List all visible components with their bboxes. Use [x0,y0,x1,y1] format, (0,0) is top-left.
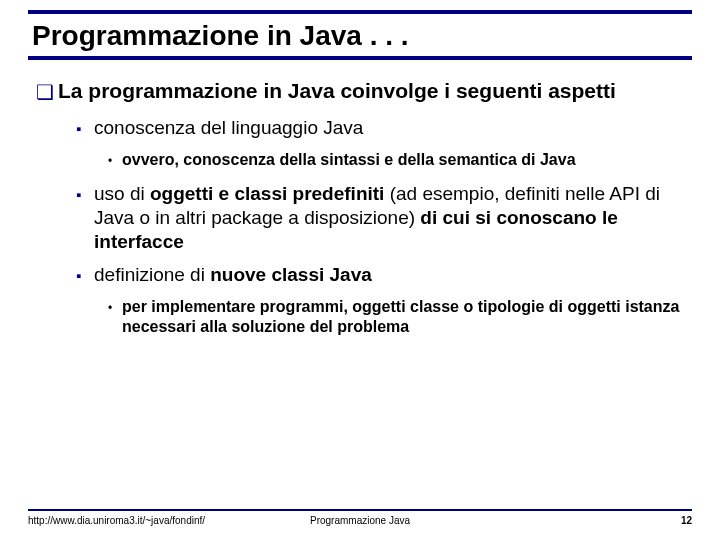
slide-title: Programmazione in Java . . . [28,14,692,60]
square-bullet-icon: ▪ [76,116,94,140]
bullet-level3: • per implementare programmi, oggetti cl… [108,297,684,337]
text-fragment: uso di [94,183,150,204]
dot-bullet-icon: • [108,150,122,170]
dot-bullet-icon: • [108,297,122,337]
text-fragment: definizione di [94,264,210,285]
bullet-level2: ▪ uso di oggetti e classi predefiniti (a… [76,182,684,253]
bullet-level2: ▪ definizione di nuove classi Java [76,263,684,287]
square-bullet-icon: ▪ [76,263,94,287]
bullet-text: uso di oggetti e classi predefiniti (ad … [94,182,684,253]
footer-title: Programmazione Java [310,515,410,526]
slide-content: ❑ La programmazione in Java coinvolge i … [28,78,692,337]
bullet-text: La programmazione in Java coinvolge i se… [58,78,616,104]
text-bold: nuove classi Java [210,264,372,285]
slide: Programmazione in Java . . . ❑ La progra… [0,0,720,540]
bullet-text: ovvero, conoscenza della sintassi e dell… [122,150,576,170]
bullet-level1: ❑ La programmazione in Java coinvolge i … [36,78,684,104]
footer-url: http://www.dia.uniroma3.it/~java/fondinf… [28,515,205,526]
bullet-level2: ▪ conoscenza del linguaggio Java [76,116,684,140]
title-wrap: Programmazione in Java . . . [28,10,692,60]
square-bullet-icon: ❑ [36,78,58,104]
slide-footer: http://www.dia.uniroma3.it/~java/fondinf… [28,509,692,526]
bullet-text: per implementare programmi, oggetti clas… [122,297,684,337]
page-number: 12 [681,515,692,526]
bullet-level3: • ovvero, conoscenza della sintassi e de… [108,150,684,170]
text-bold: oggetti e classi predefiniti [150,183,384,204]
bullet-text: conoscenza del linguaggio Java [94,116,363,140]
bullet-text: definizione di nuove classi Java [94,263,372,287]
square-bullet-icon: ▪ [76,182,94,253]
